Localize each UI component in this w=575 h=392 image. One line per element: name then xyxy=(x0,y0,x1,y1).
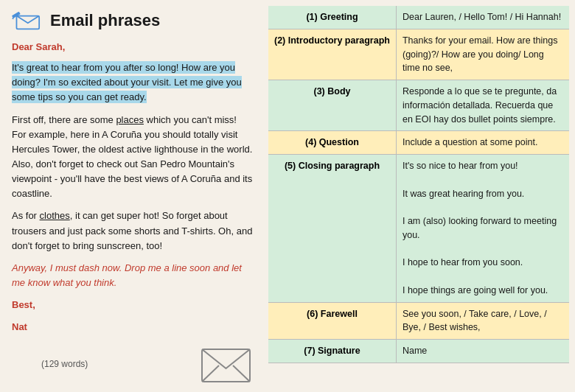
row-label: (3) Body xyxy=(268,80,396,131)
row-content: Dear Lauren, / Hello Tom! / Hi Hannah! xyxy=(396,6,569,29)
row-content: See you soon, / Take care, / Love, / Bye… xyxy=(396,302,569,340)
email-body: Dear Sarah, It's great to hear from you … xyxy=(12,40,254,386)
table-row: (7) SignatureName xyxy=(268,340,569,363)
email-greeting: Dear Sarah, xyxy=(12,40,254,55)
row-label: (2) Introductory paragraph xyxy=(268,29,396,80)
page-title: Email phrases xyxy=(50,11,160,30)
row-content: Thanks for your email. How are things (g… xyxy=(396,29,569,80)
table-row: (4) QuestionInclude a question at some p… xyxy=(268,131,569,155)
row-content: Include a question at some point. xyxy=(396,131,569,155)
row-label: (7) Signature xyxy=(268,340,396,363)
email-paragraph2: First off, there are some places which y… xyxy=(12,113,254,202)
table-row: (5) Closing paragraphIt's so nice to hea… xyxy=(268,155,569,303)
phrases-table: (1) GreetingDear Lauren, / Hello Tom! / … xyxy=(268,6,569,363)
word-count: (129 words) xyxy=(41,357,88,371)
row-content: Responde a lo que se te pregunte, da inf… xyxy=(396,80,569,131)
envelope-illustration xyxy=(198,342,254,386)
row-content: It's so nice to hear from you!It was gre… xyxy=(396,155,569,303)
word-places: places xyxy=(116,114,144,125)
row-label: (1) Greeting xyxy=(268,6,396,29)
row-label: (4) Question xyxy=(268,131,396,155)
email-paragraph1: It's great to hear from you after so lon… xyxy=(12,60,254,105)
envelope-svg xyxy=(198,342,254,386)
email-paragraph3: As for clothes, it can get super hot! So… xyxy=(12,209,254,253)
table-row: (1) GreetingDear Lauren, / Hello Tom! / … xyxy=(268,6,569,29)
row-label: (6) Farewell xyxy=(268,302,396,340)
word-clothes: clothes xyxy=(40,210,70,221)
table-row: (3) BodyResponde a lo que se te pregunte… xyxy=(268,80,569,131)
page-header: Email phrases xyxy=(12,10,254,31)
word-count-row: (129 words) xyxy=(12,342,254,386)
email-farewell: Best, xyxy=(12,298,254,312)
row-content: Name xyxy=(396,340,569,363)
table-row: (2) Introductory paragraphThanks for you… xyxy=(268,29,569,80)
right-panel: (1) GreetingDear Lauren, / Hello Tom! / … xyxy=(265,0,575,392)
email-name: Nat xyxy=(12,320,254,335)
email-signature: Best, Nat xyxy=(12,298,254,335)
email-paragraph4: Anyway, I must dash now. Drop me a line … xyxy=(12,261,254,290)
row-label: (5) Closing paragraph xyxy=(268,155,396,303)
table-row: (6) FarewellSee you soon, / Take care, /… xyxy=(268,302,569,340)
pencil-envelope-icon xyxy=(12,10,43,31)
left-panel: Email phrases Dear Sarah, It's great to … xyxy=(0,0,265,392)
email-paragraph1-text: It's great to hear from you after so lon… xyxy=(12,61,242,103)
